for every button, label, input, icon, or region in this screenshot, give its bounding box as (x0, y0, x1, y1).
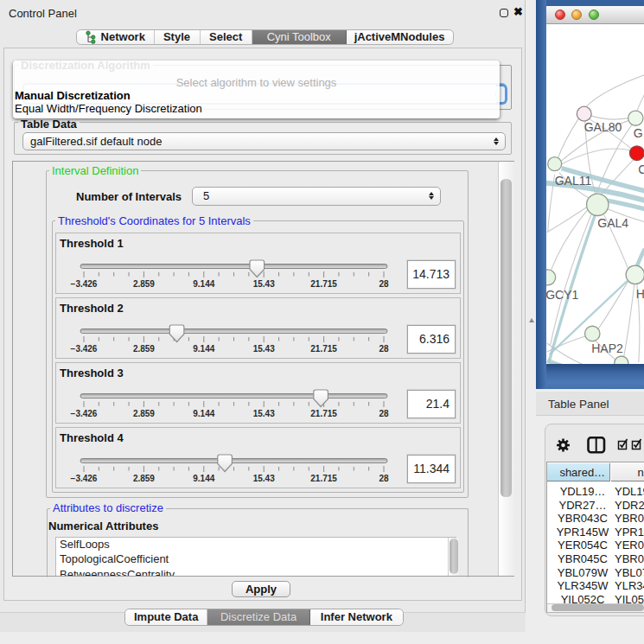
svg-text:H: H (635, 287, 644, 301)
svg-text:HAP2: HAP2 (591, 341, 623, 355)
svg-text:GAL4: GAL4 (597, 216, 628, 230)
svg-text:G.: G. (633, 126, 644, 140)
svg-text:GAL80: GAL80 (583, 120, 622, 134)
svg-text:GAL11: GAL11 (554, 174, 591, 188)
svg-text:C: C (638, 163, 644, 176)
svg-text:GCY1: GCY1 (546, 288, 579, 302)
